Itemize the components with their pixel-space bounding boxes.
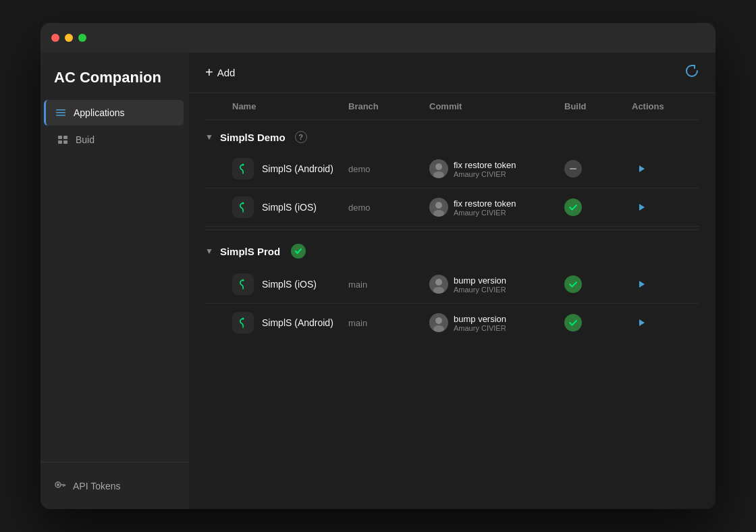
app-name-cell: SimplS (iOS) xyxy=(232,196,348,218)
app-name: SimplS (iOS) xyxy=(262,279,317,290)
status-badge xyxy=(564,160,582,178)
svg-point-12 xyxy=(242,164,244,166)
avatar xyxy=(429,313,448,332)
play-button[interactable] xyxy=(632,198,651,217)
commit-author: Amaury CIVIER xyxy=(454,209,516,217)
build-cell xyxy=(564,314,632,331)
minimize-button[interactable] xyxy=(65,34,73,42)
actions-cell xyxy=(632,159,699,178)
col-name: Name xyxy=(232,101,348,111)
app-icon xyxy=(232,273,254,295)
svg-marker-27 xyxy=(639,281,645,288)
build-label: Buid xyxy=(76,134,94,145)
branch-cell: main xyxy=(348,317,429,329)
branch-value: main xyxy=(348,280,367,290)
build-cell xyxy=(564,160,632,178)
plus-icon: + xyxy=(205,65,213,80)
status-badge xyxy=(564,198,582,216)
svg-point-26 xyxy=(433,287,444,294)
refresh-button[interactable] xyxy=(684,63,699,82)
commit-cell: bump version Amaury CIVIER xyxy=(429,313,564,332)
actions-cell xyxy=(632,275,699,294)
add-label: Add xyxy=(217,67,236,78)
app-name: SimplS (iOS) xyxy=(262,202,317,213)
group-name: SimplS Demo xyxy=(220,132,286,143)
question-icon: ? xyxy=(295,131,307,143)
applications-icon xyxy=(55,107,67,119)
svg-rect-3 xyxy=(58,136,62,139)
build-cell xyxy=(564,198,632,216)
app-icon xyxy=(232,158,254,180)
svg-rect-1 xyxy=(56,112,65,113)
avatar-image xyxy=(429,159,448,178)
commit-cell: fix restore token Amaury CIVIER xyxy=(429,159,564,178)
actions-cell xyxy=(632,198,699,217)
col-commit: Commit xyxy=(429,101,564,111)
play-button[interactable] xyxy=(632,313,651,332)
toolbar: + Add xyxy=(189,53,716,93)
group-chevron-icon: ▼ xyxy=(205,246,213,256)
group-status-badge xyxy=(291,244,306,259)
svg-point-21 xyxy=(433,210,444,217)
maximize-button[interactable] xyxy=(78,34,86,42)
commit-message: bump version xyxy=(454,275,506,286)
branch-cell: demo xyxy=(348,163,429,175)
avatar-image xyxy=(429,198,448,217)
sidebar: AC Companion Applications xyxy=(40,53,189,509)
commit-message: bump version xyxy=(454,314,506,324)
traffic-lights xyxy=(51,34,86,42)
svg-point-14 xyxy=(435,163,442,170)
group-simpuls-demo[interactable]: ▼ SimplS Demo ? xyxy=(205,120,699,150)
commit-info: bump version Amaury CIVIER xyxy=(454,314,506,332)
app-layout: AC Companion Applications xyxy=(40,53,716,509)
sidebar-nav: Applications Buid xyxy=(40,93,189,462)
col-branch: Branch xyxy=(348,101,429,111)
avatar-image xyxy=(429,275,448,294)
commit-info: fix restore token Amaury CIVIER xyxy=(454,160,516,178)
close-button[interactable] xyxy=(51,34,59,42)
col-actions: Actions xyxy=(632,101,699,111)
commit-info: fix restore token Amaury CIVIER xyxy=(454,198,516,217)
commit-message: fix restore token xyxy=(454,160,516,170)
sidebar-item-applications[interactable]: Applications xyxy=(44,100,184,126)
avatar-image xyxy=(429,313,448,332)
group-chevron-icon: ▼ xyxy=(205,132,213,142)
branch-cell: demo xyxy=(348,201,429,213)
svg-point-30 xyxy=(435,317,442,324)
svg-rect-5 xyxy=(58,140,62,144)
svg-point-18 xyxy=(242,203,244,205)
svg-rect-6 xyxy=(63,140,68,144)
commit-author: Amaury CIVIER xyxy=(454,286,506,294)
avatar xyxy=(429,198,448,217)
app-window: AC Companion Applications xyxy=(40,23,716,509)
app-icon xyxy=(232,196,254,218)
api-tokens-label: API Tokens xyxy=(73,481,121,491)
commit-cell: bump version Amaury CIVIER xyxy=(429,275,564,294)
sidebar-item-api-tokens[interactable]: API Tokens xyxy=(51,473,178,498)
table-area: Name Branch Commit Build Actions ▼ Simpl… xyxy=(189,93,716,509)
add-button[interactable]: + Add xyxy=(205,65,235,80)
titlebar xyxy=(40,23,716,53)
commit-author: Amaury CIVIER xyxy=(454,170,516,178)
actions-cell xyxy=(632,313,699,332)
main-content: + Add Name Branch Commit Build xyxy=(189,53,716,509)
commit-author: Amaury CIVIER xyxy=(454,324,506,332)
svg-rect-16 xyxy=(570,168,576,169)
sidebar-item-build[interactable]: Buid xyxy=(46,127,184,153)
col-build: Build xyxy=(564,101,632,111)
app-name: SimplS (Android) xyxy=(262,163,333,174)
svg-point-15 xyxy=(433,171,444,178)
build-cell xyxy=(564,275,632,293)
sidebar-app-title: AC Companion xyxy=(40,53,189,93)
group-name: SimplS Prod xyxy=(220,246,280,257)
app-icon xyxy=(232,312,254,334)
commit-message: fix restore token xyxy=(454,198,516,209)
group-simpuls-prod[interactable]: ▼ SimplS Prod xyxy=(205,233,699,265)
status-badge xyxy=(564,275,582,293)
svg-rect-0 xyxy=(56,109,65,111)
col-chevron xyxy=(205,101,232,111)
branch-cell: main xyxy=(348,278,429,290)
play-button[interactable] xyxy=(632,275,651,294)
group-divider xyxy=(205,230,699,230)
play-button[interactable] xyxy=(632,159,651,178)
